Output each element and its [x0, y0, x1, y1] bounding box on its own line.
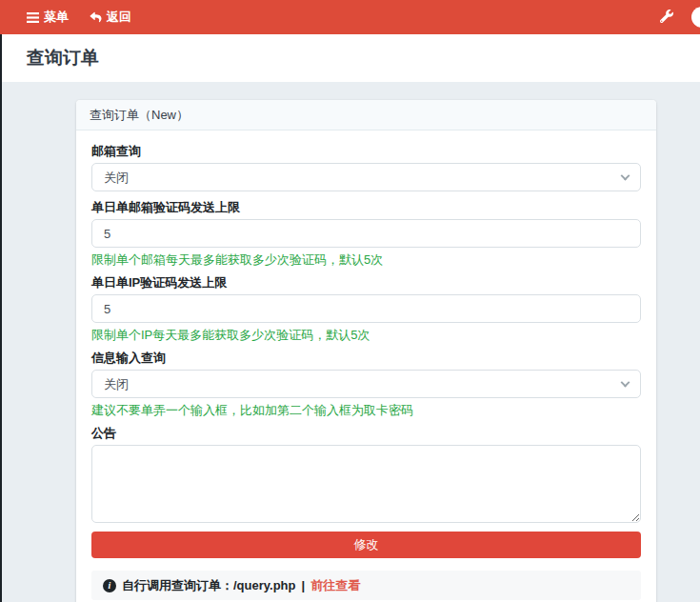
- avatar[interactable]: [691, 7, 700, 28]
- form-group-ip-limit: 单日单IP验证码发送上限 限制单个IP每天最多能获取多少次验证码，默认5次: [91, 275, 641, 342]
- back-label: 返回: [107, 9, 131, 26]
- announcement-label: 公告: [91, 426, 641, 440]
- footer-note-text: 自行调用查询订单：/query.php: [122, 578, 295, 592]
- topbar: 菜单 返回: [0, 0, 700, 34]
- email-limit-help: 限制单个邮箱每天最多能获取多少次验证码，默认5次: [91, 252, 641, 267]
- goto-view-link[interactable]: 前往查看: [310, 578, 360, 592]
- back-arrow-icon: [90, 11, 102, 23]
- info-input-help: 建议不要单弄一个输入框，比如加第二个输入框为取卡密码: [91, 403, 641, 417]
- form-group-email-limit: 单日单邮箱验证码发送上限 限制单个邮箱每天最多能获取多少次验证码，默认5次: [91, 200, 641, 267]
- info-icon: [103, 579, 116, 592]
- menu-button[interactable]: 菜单: [21, 9, 74, 26]
- email-query-label: 邮箱查询: [91, 144, 641, 158]
- form-group-info-input: 信息输入查询 关闭 建议不要单弄一个输入框，比如加第二个输入框为取卡密码: [91, 351, 641, 417]
- settings-card: 查询订单（New） 邮箱查询 关闭 单日单邮箱验证码发送上限 限制单个邮箱每天最…: [76, 100, 656, 602]
- tools-button[interactable]: [652, 4, 681, 31]
- footer-note: 自行调用查询订单：/query.php | 前往查看: [91, 571, 641, 600]
- ip-limit-label: 单日单IP验证码发送上限: [91, 275, 641, 290]
- info-input-label: 信息输入查询: [91, 351, 641, 365]
- content-area: 查询订单（New） 邮箱查询 关闭 单日单邮箱验证码发送上限 限制单个邮箱每天最…: [0, 82, 700, 602]
- email-limit-label: 单日单邮箱验证码发送上限: [91, 200, 641, 214]
- footer-note-separator: |: [301, 578, 305, 592]
- announcement-textarea[interactable]: [91, 445, 641, 523]
- topbar-right: [652, 4, 681, 31]
- info-input-select[interactable]: 关闭: [91, 370, 641, 398]
- topbar-left: 菜单 返回: [21, 9, 137, 26]
- email-limit-input[interactable]: [91, 219, 641, 248]
- card-title: 查询订单（New）: [76, 100, 656, 130]
- card-body: 邮箱查询 关闭 单日单邮箱验证码发送上限 限制单个邮箱每天最多能获取多少次验证码…: [76, 130, 656, 602]
- page-title: 查询订单: [27, 47, 673, 70]
- ip-limit-help: 限制单个IP每天最多能获取多少次验证码，默认5次: [91, 328, 641, 342]
- page-header: 查询订单: [0, 34, 700, 82]
- hamburger-menu-icon: [27, 12, 39, 23]
- menu-label: 菜单: [44, 9, 69, 26]
- back-button[interactable]: 返回: [84, 9, 137, 26]
- wrench-icon: [660, 10, 673, 26]
- sidebar-edge: [0, 34, 2, 602]
- form-group-email-query: 邮箱查询 关闭: [91, 144, 641, 191]
- ip-limit-input[interactable]: [91, 294, 641, 323]
- submit-button[interactable]: 修改: [91, 532, 641, 558]
- email-query-select[interactable]: 关闭: [91, 163, 641, 191]
- form-group-announcement: 公告: [91, 426, 641, 523]
